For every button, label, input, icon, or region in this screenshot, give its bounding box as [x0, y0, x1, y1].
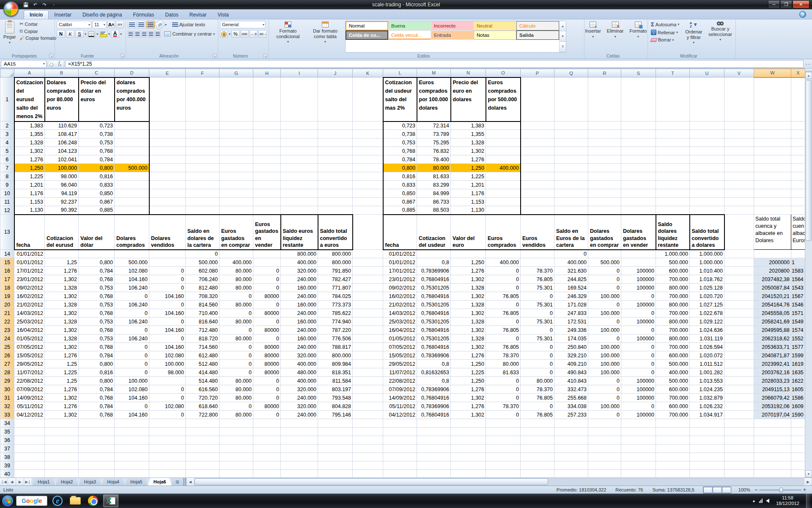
cell-K21[interactable]: [353, 309, 383, 318]
cell-R28[interactable]: 100.000: [588, 368, 621, 377]
cell-U24[interactable]: 1.031.119: [690, 334, 724, 343]
cell-D37[interactable]: [115, 444, 149, 453]
cell-L21[interactable]: 14/03/2012: [383, 309, 417, 318]
cell-I10[interactable]: [281, 189, 318, 198]
cell-F40[interactable]: [186, 470, 219, 478]
cell-K9[interactable]: [353, 181, 383, 189]
cell-M12[interactable]: 88.503: [417, 206, 451, 215]
cell-G37[interactable]: [219, 444, 253, 453]
cell-K16[interactable]: [353, 267, 383, 275]
cell-T2[interactable]: [656, 121, 690, 130]
cell-H1[interactable]: [253, 77, 281, 121]
cell-A22[interactable]: 25/03/2012: [14, 318, 45, 326]
cell-U5[interactable]: [690, 147, 724, 155]
cell-V31[interactable]: [724, 394, 754, 402]
cell-R33[interactable]: 0: [588, 411, 621, 419]
cell-D16[interactable]: 102.080: [115, 267, 149, 275]
cell-W25[interactable]: 2053633,71: [754, 343, 791, 351]
cell-M39[interactable]: [417, 461, 451, 470]
cell-X3[interactable]: [791, 130, 805, 138]
cell-X32[interactable]: 1609: [791, 402, 805, 411]
cell-P5[interactable]: [521, 147, 554, 155]
cell-W3[interactable]: [754, 130, 791, 138]
cell-G28[interactable]: 0: [219, 368, 253, 377]
cell-L12[interactable]: 0,885: [383, 206, 417, 215]
cell-H20[interactable]: 0: [253, 301, 281, 309]
cell-B31[interactable]: 1,302: [45, 394, 79, 402]
cell-L39[interactable]: [383, 461, 417, 470]
cell-I7[interactable]: [281, 164, 318, 172]
cell-U28[interactable]: 1.001.282: [690, 368, 724, 377]
cell-F15[interactable]: 500.000: [186, 258, 219, 267]
cell-N39[interactable]: [451, 461, 486, 470]
cell-I38[interactable]: [281, 453, 318, 461]
align-bottom-icon[interactable]: [146, 21, 155, 28]
cell-N15[interactable]: 1,250: [451, 258, 486, 267]
cell-D8[interactable]: [115, 172, 149, 181]
cell-F8[interactable]: [186, 172, 219, 181]
cell-O40[interactable]: [486, 470, 521, 478]
cell-S13[interactable]: Dolares gastados en vender: [621, 215, 656, 250]
cell-J23[interactable]: 787.220: [318, 326, 353, 334]
cell-T4[interactable]: [656, 138, 690, 147]
cell-I33[interactable]: 240.000: [281, 411, 318, 419]
cell-H8[interactable]: [253, 172, 281, 181]
cell-W5[interactable]: [754, 147, 791, 155]
cell-W17[interactable]: 2037482,38: [754, 275, 791, 284]
cell-D23[interactable]: 0: [115, 326, 149, 334]
cell-J26[interactable]: 800.000: [318, 351, 353, 360]
cell-M15[interactable]: 0,8: [417, 258, 451, 267]
cell-X35[interactable]: [791, 428, 805, 436]
cell-W16[interactable]: 2020800: [754, 267, 791, 275]
cell-T10[interactable]: [656, 189, 690, 198]
cell-L11[interactable]: 0,867: [383, 198, 417, 206]
cell-T14[interactable]: 1.000.000: [656, 250, 690, 258]
column-header-F[interactable]: F: [186, 69, 219, 77]
cell-P26[interactable]: 0: [521, 351, 554, 360]
cell-B5[interactable]: 104.123: [45, 147, 79, 155]
cell-H14[interactable]: [253, 250, 281, 258]
cell-U14[interactable]: 1.000.000: [690, 250, 724, 258]
cell-K24[interactable]: [353, 334, 383, 343]
cell-T24[interactable]: 800.000: [656, 334, 690, 343]
gallery-down-icon[interactable]: ▼: [560, 31, 566, 41]
align-middle-icon[interactable]: [137, 21, 145, 28]
cell-F12[interactable]: [186, 206, 219, 215]
cell-H9[interactable]: [253, 181, 281, 189]
cell-H31[interactable]: 0: [253, 394, 281, 402]
cell-M17[interactable]: 0,76804916: [417, 275, 451, 284]
cell-X36[interactable]: [791, 436, 805, 444]
cell-C12[interactable]: 0,885: [79, 206, 115, 215]
cell-O28[interactable]: 81.633: [486, 368, 521, 377]
cell-T8[interactable]: [656, 172, 690, 181]
cell-F5[interactable]: [186, 147, 219, 155]
cell-E30[interactable]: 0: [149, 385, 186, 394]
cell-U29[interactable]: 1.013.553: [690, 377, 724, 385]
sheet-tab-hoja2[interactable]: Hoja2: [55, 478, 79, 486]
cell-O32[interactable]: 78.370: [486, 402, 521, 411]
cell-E2[interactable]: [149, 121, 186, 130]
cell-A12[interactable]: 1,130: [14, 206, 45, 215]
column-header-G[interactable]: G: [219, 69, 253, 77]
cell-L33[interactable]: 04/12/2012: [383, 411, 417, 419]
cell-D33[interactable]: 104.160: [115, 411, 149, 419]
cell-X5[interactable]: [791, 147, 805, 155]
cell-N28[interactable]: 1,225: [451, 368, 486, 377]
cell-K23[interactable]: [353, 326, 383, 334]
cell-S37[interactable]: [621, 444, 656, 453]
cell-K14[interactable]: [353, 250, 383, 258]
cell-S30[interactable]: 100000: [621, 385, 656, 394]
cell-E20[interactable]: 0: [149, 301, 186, 309]
cell-D7[interactable]: 500.000: [115, 164, 149, 172]
cell-O18[interactable]: 0: [486, 284, 521, 292]
column-header-S[interactable]: S: [621, 69, 656, 77]
row-header-36[interactable]: 36: [0, 436, 14, 444]
cell-W13[interactable]: Saldo total cuenca y albacete en Dolares: [754, 215, 791, 250]
cell-Q37[interactable]: [554, 444, 588, 453]
cell-A33[interactable]: 04/12/2012: [14, 411, 45, 419]
cut-button[interactable]: ✂Cortar: [18, 21, 58, 27]
decrease-decimal-icon[interactable]: .00→: [258, 30, 267, 38]
cell-V22[interactable]: [724, 318, 754, 326]
tab-formulas[interactable]: Fórmulas: [127, 11, 159, 19]
cell-A11[interactable]: 1,153: [14, 198, 45, 206]
